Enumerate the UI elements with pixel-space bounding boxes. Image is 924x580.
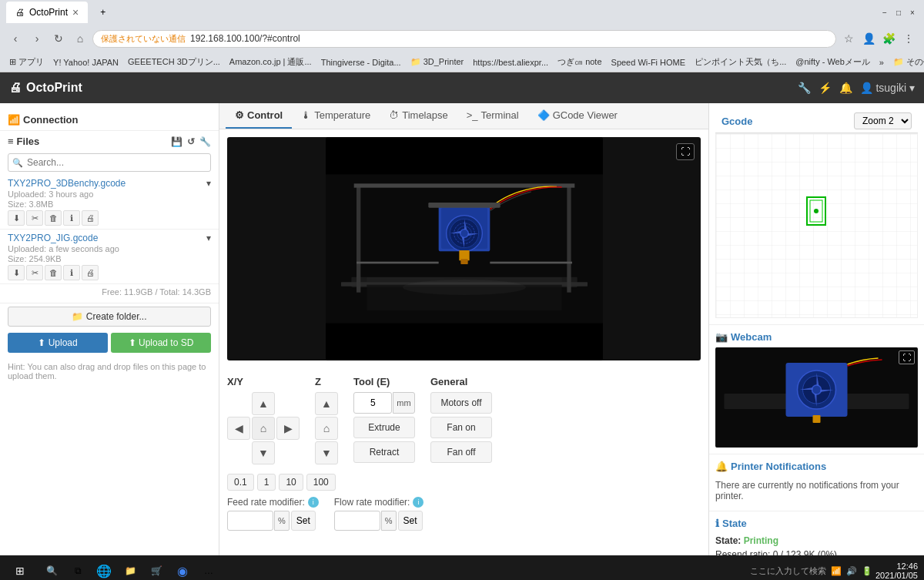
bookmark-more[interactable]: »	[876, 56, 887, 69]
file-name-benchy[interactable]: TXY2PRO_3DBenchy.gcode	[8, 178, 203, 189]
step-10-button[interactable]: 10	[279, 474, 303, 491]
tray-battery-icon[interactable]: 🔋	[862, 566, 872, 576]
home-button[interactable]: ⌂	[71, 29, 89, 48]
jog-up-button[interactable]: ▲	[252, 392, 275, 415]
taskbar-taskview-icon[interactable]: ⧉	[66, 559, 89, 580]
webcam-mini-expand-button[interactable]: ⛶	[899, 350, 915, 364]
taskbar-chrome-icon[interactable]: ◉	[171, 559, 194, 580]
retract-button[interactable]: Retract	[353, 441, 415, 463]
bookmark-note[interactable]: つぎ㎝ note	[554, 55, 604, 69]
tray-volume-icon[interactable]: 🔊	[846, 566, 857, 576]
bookmark-wifi[interactable]: Speed Wi-Fi HOME	[608, 56, 689, 69]
tab-control[interactable]: ⚙ Control	[226, 103, 292, 129]
flow-rate-info-icon[interactable]: i	[413, 497, 424, 508]
fan-on-button[interactable]: Fan on	[430, 417, 492, 438]
taskbar-more-icons[interactable]: …	[197, 559, 220, 580]
tab-temperature[interactable]: 🌡 Temperature	[292, 103, 380, 129]
feed-rate-input-row: % Set	[227, 511, 319, 531]
fan-off-button[interactable]: Fan off	[430, 441, 492, 463]
bookmark-amazon[interactable]: Amazon.co.jp | 通販...	[226, 55, 315, 69]
file-info-btn[interactable]: ℹ	[63, 210, 80, 226]
forward-button[interactable]: ›	[28, 29, 46, 48]
feed-rate-info-icon[interactable]: i	[308, 497, 319, 508]
minimize-button[interactable]: −	[879, 7, 890, 18]
bookmark-3dprinter[interactable]: 📁 3D_Printer	[407, 55, 467, 69]
file-download-btn-jig[interactable]: ⬇	[8, 265, 25, 280]
notifications-icon[interactable]: 🔔	[839, 82, 852, 94]
save-icon[interactable]: 💾	[171, 136, 182, 147]
webcam-expand-button[interactable]: ⛶	[676, 143, 695, 160]
profile-icon[interactable]: 👤	[859, 29, 878, 48]
z-down-button[interactable]: ▼	[315, 441, 338, 464]
upload-button[interactable]: ⬆ Upload	[8, 333, 108, 353]
search-input[interactable]	[8, 153, 211, 172]
bookmark-star[interactable]: ☆	[839, 29, 858, 48]
file-delete-btn[interactable]: 🗑	[45, 210, 62, 226]
motors-off-button[interactable]: Motors off	[430, 392, 492, 414]
tray-wifi-icon[interactable]: 📶	[831, 566, 842, 576]
power-icon[interactable]: ⚡	[819, 82, 832, 94]
create-folder-button[interactable]: 📁 Create folder...	[8, 307, 211, 327]
taskbar-store-icon[interactable]: 🛒	[145, 559, 168, 580]
settings-icon[interactable]: 🔧	[798, 82, 811, 94]
maximize-button[interactable]: □	[893, 7, 904, 18]
jog-home-button[interactable]: ⌂	[252, 417, 275, 440]
bookmark-nifty[interactable]: @nifty - Webメール	[792, 55, 873, 69]
upload-sd-button[interactable]: ⬆ Upload to SD	[111, 333, 211, 353]
refresh-icon[interactable]: ↺	[187, 136, 195, 147]
tab-close-button[interactable]: ×	[72, 6, 79, 18]
step-100-button[interactable]: 100	[306, 474, 336, 491]
step-1-button[interactable]: 1	[257, 474, 276, 491]
tab-timelapse[interactable]: ⏱ Timelapse	[380, 103, 457, 129]
taskbar-search-icon[interactable]: 🔍	[40, 559, 63, 580]
tool-value-input[interactable]	[353, 392, 392, 414]
start-button[interactable]: ⊞	[6, 557, 34, 580]
tab-terminal[interactable]: >_ Terminal	[457, 103, 528, 129]
jog-right-button[interactable]: ▶	[276, 417, 300, 440]
extensions-icon[interactable]: 🧩	[879, 29, 898, 48]
file-scissors-btn-jig[interactable]: ✂	[26, 265, 43, 280]
feed-rate-input[interactable]	[227, 511, 273, 531]
new-tab-button[interactable]: +	[94, 2, 112, 23]
address-box[interactable]: 保護されていない通信 192.168.100.100/?#control	[92, 30, 836, 48]
flow-rate-set-button[interactable]: Set	[398, 511, 423, 531]
address-bar-row: ‹ › ↻ ⌂ 保護されていない通信 192.168.100.100/?#con…	[0, 25, 924, 52]
bookmark-geeetech[interactable]: GEEETECH 3Dプリン...	[125, 55, 223, 69]
taskbar-explorer-icon[interactable]: 📁	[119, 559, 142, 580]
close-button[interactable]: ×	[907, 7, 918, 18]
file-name-jig[interactable]: TXY2PRO_JIG.gcode	[8, 233, 203, 243]
step-01-button[interactable]: 0.1	[227, 474, 254, 491]
file-download-btn[interactable]: ⬇	[8, 210, 25, 226]
reload-button[interactable]: ↻	[49, 29, 68, 48]
taskbar-edge-icon[interactable]: 🌐	[92, 559, 116, 580]
file-print-btn-jig[interactable]: 🖨	[82, 265, 99, 280]
file-print-btn[interactable]: 🖨	[82, 210, 99, 226]
bookmark-weather[interactable]: ピンポイント天気（ち...	[691, 55, 789, 69]
bookmark-apps[interactable]: ⊞ アプリ	[6, 55, 47, 69]
z-home-button[interactable]: ⌂	[315, 417, 338, 440]
menu-button[interactable]: ⋮	[899, 29, 918, 48]
jog-left-button[interactable]: ◀	[227, 417, 250, 440]
zoom-dropdown[interactable]: Zoom 1 Zoom 2 Zoom 3 Zoom 4	[854, 112, 912, 129]
bookmark-thingiverse[interactable]: Thingiverse - Digita...	[318, 56, 404, 69]
flow-rate-input[interactable]	[334, 511, 380, 531]
back-button[interactable]: ‹	[6, 29, 25, 48]
tab-gcode-viewer[interactable]: 🔷 GCode Viewer	[528, 103, 627, 129]
file-delete-btn-jig[interactable]: 🗑	[45, 265, 62, 280]
extrude-button[interactable]: Extrude	[353, 417, 415, 438]
svg-rect-16	[357, 262, 439, 264]
file-info-btn-jig[interactable]: ℹ	[63, 265, 80, 280]
bookmark-yahoo[interactable]: Y! Yahoo! JAPAN	[50, 56, 122, 69]
flow-rate-input-row: % Set	[334, 511, 424, 531]
file-chevron-benchy[interactable]: ▾	[206, 178, 211, 189]
jog-down-button[interactable]: ▼	[252, 441, 275, 464]
bookmark-others[interactable]: 📁 その他のブックマーク	[890, 55, 924, 69]
file-scissors-btn[interactable]: ✂	[26, 210, 43, 226]
active-tab[interactable]: 🖨 OctoPrint ×	[6, 2, 88, 23]
feed-rate-set-button[interactable]: Set	[291, 511, 316, 531]
bookmark-aliexpress[interactable]: https://best.aliexpr...	[470, 56, 551, 69]
file-chevron-jig[interactable]: ▾	[206, 233, 211, 243]
wrench-icon[interactable]: 🔧	[199, 136, 211, 147]
user-menu[interactable]: 👤 tsugiki ▾	[860, 82, 915, 94]
z-up-button[interactable]: ▲	[315, 392, 338, 415]
